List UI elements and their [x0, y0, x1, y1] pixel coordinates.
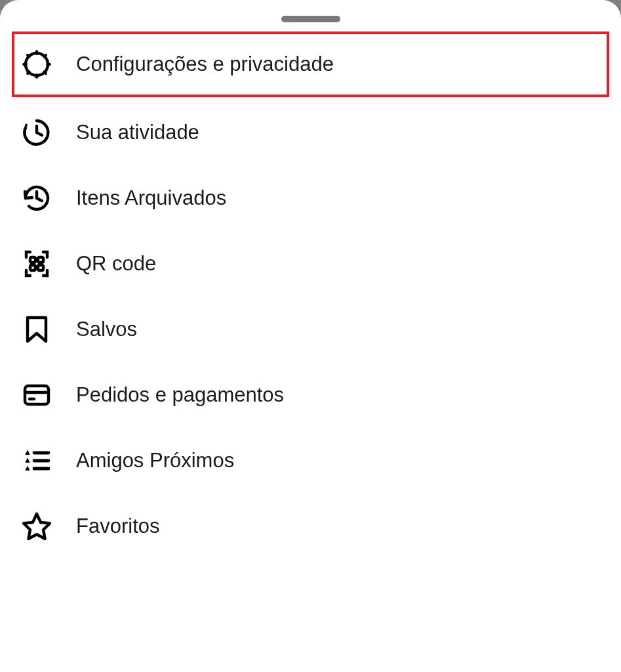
qr-code-icon [21, 248, 52, 280]
close-friends-icon [21, 445, 52, 476]
menu-list: Configurações e privacidade Sua atividad… [0, 32, 621, 559]
star-icon [21, 511, 52, 542]
svg-rect-8 [25, 386, 49, 404]
menu-item-archived[interactable]: Itens Arquivados [12, 165, 609, 231]
menu-item-label: Favoritos [76, 514, 159, 538]
svg-point-3 [24, 131, 26, 134]
menu-item-label: QR code [76, 252, 156, 276]
svg-rect-6 [30, 265, 35, 270]
svg-point-1 [25, 123, 28, 126]
menu-item-settings-privacy[interactable]: Configurações e privacidade [12, 32, 609, 97]
svg-marker-14 [24, 514, 50, 539]
svg-rect-7 [38, 265, 43, 270]
menu-item-saved[interactable]: Salvos [12, 297, 609, 362]
menu-item-orders-payments[interactable]: Pedidos e pagamentos [12, 362, 609, 428]
bottom-sheet: Configurações e privacidade Sua atividad… [0, 0, 621, 672]
menu-item-label: Sua atividade [76, 121, 199, 144]
menu-item-label: Amigos Próximos [76, 449, 234, 472]
menu-item-your-activity[interactable]: Sua atividade [12, 100, 609, 165]
svg-rect-4 [30, 257, 35, 262]
menu-item-qr-code[interactable]: QR code [12, 231, 609, 297]
svg-rect-5 [38, 257, 43, 262]
archive-icon [21, 182, 52, 214]
menu-item-label: Pedidos e pagamentos [76, 383, 284, 407]
activity-icon [21, 117, 52, 148]
menu-item-close-friends[interactable]: Amigos Próximos [12, 428, 609, 494]
drag-handle[interactable] [281, 16, 340, 22]
bookmark-icon [21, 314, 52, 345]
menu-item-label: Salvos [76, 318, 137, 341]
menu-item-label: Configurações e privacidade [76, 52, 334, 76]
menu-item-favorites[interactable]: Favoritos [12, 494, 609, 559]
gear-icon [21, 49, 52, 80]
menu-item-label: Itens Arquivados [76, 186, 226, 210]
credit-card-icon [21, 379, 52, 411]
svg-point-2 [24, 127, 26, 130]
